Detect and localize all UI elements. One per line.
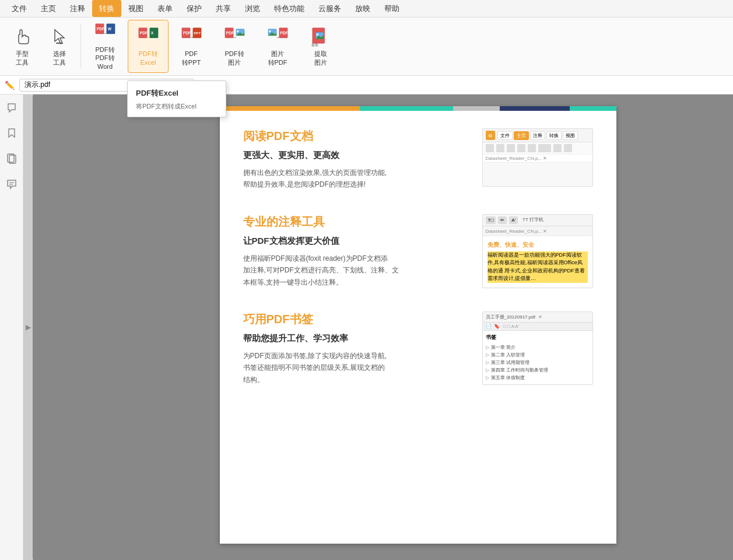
bm-arrow-5: ▷: [486, 375, 489, 380]
sidebar-comment-icon[interactable]: [3, 176, 20, 192]
bm-row-4: ▷ 第四章 工作时间与勤务管理: [486, 366, 590, 374]
mock-annotation-ui: T□ ✏ A' TT 打字机 Datasheet_Reader_CN.p... …: [482, 214, 593, 288]
mock-extra2-icon: [553, 144, 562, 152]
menu-view[interactable]: 视图: [121, 0, 150, 17]
extract-image-button[interactable]: 提取 提取 图片: [300, 20, 341, 73]
bm-tool-icon-1: 📄: [486, 324, 492, 329]
bm-item-3: 第三章 试用期管理: [491, 359, 529, 366]
image-to-pdf-icon: → PDF: [267, 26, 288, 47]
hand-icon: [12, 26, 33, 47]
mock-toolbar: [483, 142, 592, 155]
pdf-section1-text: 阅读PDF文档 更强大、更实用、更高效 拥有出色的文档渲染效果,强大的页面管理功…: [243, 128, 465, 191]
pdf-section3-text: 巧用PDF书签 帮助您提升工作、学习效率 为PDF页面添加书签,除了实现内容的快…: [243, 312, 465, 386]
collapse-panel-button[interactable]: ▶: [23, 94, 33, 560]
bm-item-1: 第一章 简介: [491, 344, 515, 351]
menu-form[interactable]: 表单: [150, 0, 180, 17]
mock-ui-header: G 文件 主页 注释 转换 视图: [483, 129, 592, 142]
annot-btn-3: A': [509, 216, 518, 224]
section1-subtitle: 更强大、更实用、更高效: [243, 150, 465, 161]
mock-bookmark-ui: 员工手册_20120917.pdf ✕ 📄 🔖 □ □ A A' 书签 ▷: [482, 312, 593, 385]
mock-tab-annotate: 注释: [530, 131, 545, 140]
main-layout: ▶ 阅读PDF文档 更强大、更实用、更高效 拥有出色的文档渲染效果,强大的页面管…: [0, 94, 733, 560]
bm-tool-icons: □ □ A A': [503, 324, 519, 329]
mock-ui-reader: G 文件 主页 注释 转换 视图: [482, 128, 593, 187]
menu-protect[interactable]: 保护: [180, 0, 209, 17]
menu-file[interactable]: 文件: [5, 0, 34, 17]
menu-slideshow[interactable]: 放映: [348, 0, 377, 17]
bm-item-4: 第四章 工作时间与勤务管理: [491, 367, 548, 373]
color-bar-gray: [453, 106, 500, 111]
pdf-content-area: 阅读PDF文档 更强大、更实用、更高效 拥有出色的文档渲染效果,强大的页面管理功…: [33, 94, 733, 560]
mock-tab-filename: Datasheet_Reader_CN.p... ✕: [483, 155, 592, 163]
pdf-to-word-label: PDF转 PDF转 Word: [96, 46, 115, 71]
bm-item-5: 第五章 休假制度: [491, 374, 525, 381]
bm-row-2: ▷ 第二章 入职管理: [486, 351, 590, 359]
sidebar-bookmark-icon[interactable]: [3, 125, 20, 141]
bm-filename: 员工手册_20120917.pdf: [486, 314, 535, 320]
color-bar-teal2: [570, 106, 616, 111]
section2-title: 专业的注释工具: [243, 214, 465, 230]
svg-text:PPT: PPT: [194, 31, 201, 35]
menu-annotate[interactable]: 注释: [63, 0, 92, 17]
menu-help[interactable]: 帮助: [377, 0, 406, 17]
mock-body: [483, 163, 592, 186]
pdf-section2-text: 专业的注释工具 让PDF文档发挥更大价值 使用福昕PDF阅读器(foxit re…: [243, 214, 465, 288]
menu-convert[interactable]: 转换: [92, 0, 121, 17]
menu-features[interactable]: 特色功能: [267, 0, 311, 17]
hand-tool-label: 手型 工具: [16, 50, 29, 66]
pdf-to-excel-button[interactable]: PDF → X PDF转 Excel: [128, 20, 169, 73]
annot-label: 免费、快速、安全: [488, 241, 588, 249]
pdf-to-ppt-label: PDF 转PPT: [182, 50, 201, 66]
color-bar-teal: [360, 106, 453, 111]
chevron-right-icon: ▶: [26, 323, 31, 331]
section3-body: 为PDF页面添加书签,除了实现内容的快速导航, 书签还能指明不同书签的层级关系,…: [243, 350, 465, 386]
svg-point-30: [316, 34, 318, 36]
bm-arrow-3: ▷: [486, 360, 489, 365]
sidebar-annotate-icon[interactable]: [3, 99, 20, 116]
mock-annot-tabs: Datasheet_Reader_CN.p... ✕: [483, 226, 592, 236]
extract-image-label: 提取 图片: [314, 50, 327, 66]
bm-arrow-2: ▷: [486, 352, 489, 358]
menu-cloud[interactable]: 云服务: [311, 0, 348, 17]
bm-row-3: ▷ 第三章 试用期管理: [486, 359, 590, 366]
bm-label: 书签: [486, 334, 590, 341]
section3-title: 巧用PDF书签: [243, 312, 465, 327]
annot-btn-2: ✏: [498, 216, 507, 224]
annot-filename: Datasheet_Reader_CN.p... ✕: [486, 229, 548, 234]
pdf-section-bookmark: 巧用PDF书签 帮助您提升工作、学习效率 为PDF页面添加书签,除了实现内容的快…: [243, 312, 593, 386]
image-to-pdf-label: 图片 转PDF: [268, 50, 287, 66]
sidebar-pages-icon[interactable]: [3, 150, 20, 167]
bm-arrow-1: ▷: [486, 345, 489, 350]
mock-annot-body: 免费、快速、安全 福昕阅读器是一款功能强大的PDF阅读软件,具有极高性能,福昕阅…: [483, 236, 592, 288]
menu-browse[interactable]: 浏览: [238, 0, 267, 17]
mock-clip-icon: [517, 144, 525, 152]
image-to-pdf-button[interactable]: → PDF 图片 转PDF: [257, 20, 298, 73]
mock-extra-icon: [528, 144, 536, 152]
color-bar-navy: [500, 106, 570, 111]
pdf-to-image-icon: PDF →: [224, 26, 245, 47]
hand-tool-button[interactable]: 手型 工具: [5, 20, 40, 73]
pdf-to-word-button[interactable]: PDF → W PDF转 PDF转 Word: [85, 20, 125, 73]
annot-tool-label: TT 打字机: [522, 216, 543, 224]
mock-extra3-icon: [564, 144, 572, 152]
select-icon: [49, 26, 70, 47]
mock-ui-tabs: 文件 主页 注释 转换 视图: [497, 131, 578, 140]
mock-select-icon: [496, 144, 504, 152]
pdf-page: 阅读PDF文档 更强大、更实用、更高效 拥有出色的文档渲染效果,强大的页面管理功…: [220, 106, 616, 544]
mock-icon-row-1: [486, 144, 572, 152]
pdf-section-read: 阅读PDF文档 更强大、更实用、更高效 拥有出色的文档渲染效果,强大的页面管理功…: [243, 128, 593, 191]
extract-image-icon: 提取: [310, 26, 331, 47]
section1-body: 拥有出色的文档渲染效果,强大的页面管理功能, 帮助提升效率,是您阅读PDF的理想…: [243, 167, 465, 191]
section2-body: 使用福昕PDF阅读器(foxit reader)为PDF文档添 加注释,可对PD…: [243, 253, 465, 288]
mock-tab-file: 文件: [497, 131, 513, 140]
menu-share[interactable]: 共享: [209, 0, 238, 17]
dropdown-desc: 将PDF文档转成Excel: [128, 101, 226, 112]
menu-home[interactable]: 主页: [34, 0, 63, 17]
pdf-to-ppt-button[interactable]: PDF → PPT PDF 转PPT: [171, 20, 212, 73]
menu-bar: 文件 主页 注释 转换 视图 表单 保护 共享 浏览 特色功能 云服务 放映 帮…: [0, 0, 733, 18]
pdf-to-image-button[interactable]: PDF → PDF转 图片: [214, 20, 255, 73]
select-tool-button[interactable]: 选择 工具: [42, 20, 77, 73]
pdf-main-content: 阅读PDF文档 更强大、更实用、更高效 拥有出色的文档渲染效果,强大的页面管理功…: [220, 111, 616, 426]
annot-highlight-text: 福昕阅读器是一款功能强大的PDF阅读软件,具有极高性能,福昕阅读器采用Offic…: [488, 251, 588, 283]
mock-tab-convert: 转换: [546, 131, 562, 140]
